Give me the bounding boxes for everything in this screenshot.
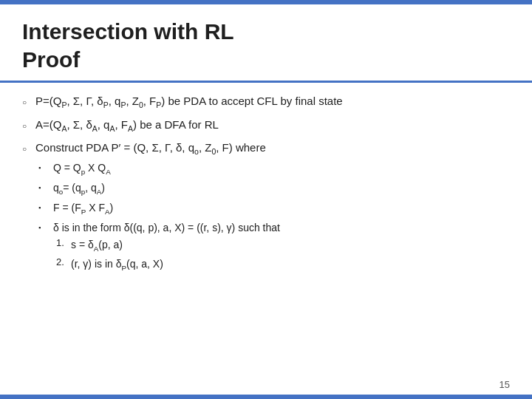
bullet-dot-1 [22,95,35,107]
bullet-item-1: P=(QP, Σ, Γ, δP, qP, Z0, FP) be PDA to a… [22,93,510,111]
bullet-text-2: A=(QA, Σ, δA, qA, FA) be a DFA for RL [35,117,219,134]
bullet-item-3: Construct PDA P′ = (Q, Σ, Γ, δ, qo, Z0, … [22,140,510,279]
slide: Intersection with RLProof P=(QP, Σ, Γ, δ… [0,0,532,399]
sub-bullet-text-2: qo= (qp, qA) [53,180,105,197]
sub-bullet-text-4: δ is in the form δ((q, p), a, X) = ((r, … [53,220,510,235]
sub-bullet-dot-4 [38,222,53,232]
sub-bullet-dot-3 [38,202,53,212]
title-section: Intersection with RLProof [0,4,532,83]
bullet-dot-2 [22,119,35,131]
sub-sub-text-1: s = δA(p, a) [71,237,123,254]
sub-bullet-item-1: Q = Qp X QA [38,160,510,177]
sub-bullet-dot-1 [38,162,53,172]
sub-sub-text-2: (r, γ) is in δP(q, a, X) [71,256,163,273]
bottom-bar [0,395,532,399]
sub-sub-num-1: 1. [56,237,71,248]
where-text: where [236,141,266,154]
sub-bullets-3: Q = Qp X QA qo= (qp, qA) F [38,160,510,276]
sub-bullet-item-2: qo= (qp, qA) [38,180,510,197]
sub-bullet-text-3: F = (FP X FA) [53,200,113,217]
sub-bullet-item-3: F = (FP X FA) [38,200,510,217]
sub-bullet-text-1: Q = Qp X QA [53,160,111,177]
sub-bullet-item-4: δ is in the form δ((q, p), a, X) = ((r, … [38,220,510,276]
page-number: 15 [499,379,510,390]
sub-sub-item-2: 2. (r, γ) is in δP(q, a, X) [56,256,510,273]
sub-sub-num-2: 2. [56,256,71,267]
sub-bullet-dot-2 [38,182,53,192]
bullet-dot-3 [22,142,35,154]
content-area: P=(QP, Σ, Γ, δP, qP, Z0, FP) be PDA to a… [0,83,532,292]
sub-sub-bullets: 1. s = δA(p, a) 2. (r, γ) is in δ [56,237,510,273]
bullet-text-1: P=(QP, Σ, Γ, δP, qP, Z0, FP) be PDA to a… [35,93,343,111]
slide-title: Intersection with RLProof [22,18,510,73]
bullet-text-3: Construct PDA P′ = (Q, Σ, Γ, δ, qo, Z0, … [35,140,510,157]
bullet-item-2: A=(QA, Σ, δA, qA, FA) be a DFA for RL [22,117,510,134]
sub-sub-item-1: 1. s = δA(p, a) [56,237,510,254]
